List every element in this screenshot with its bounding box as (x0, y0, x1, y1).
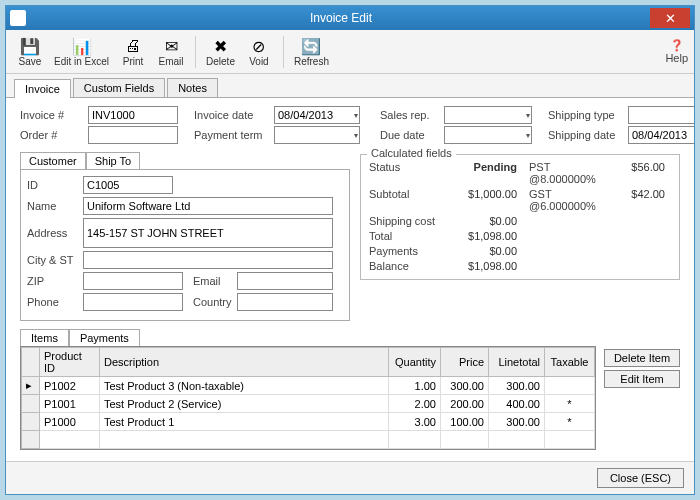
sales-rep-input[interactable] (444, 106, 532, 124)
order-no-input[interactable] (88, 126, 178, 144)
cell-linetotal[interactable]: 400.00 (489, 395, 545, 413)
email-button[interactable]: ✉Email (153, 34, 189, 69)
items-grid[interactable]: Product ID Description Quantity Price Li… (20, 346, 596, 450)
invoice-date-input[interactable] (274, 106, 360, 124)
table-row[interactable]: P1000 Test Product 1 3.00 100.00 300.00 … (22, 413, 595, 431)
cell-quantity[interactable]: 2.00 (389, 395, 441, 413)
table-row-empty[interactable] (22, 431, 595, 449)
tab-invoice[interactable]: Invoice (14, 79, 71, 98)
col-price[interactable]: Price (441, 348, 489, 377)
col-quantity[interactable]: Quantity (389, 348, 441, 377)
cust-zip-input[interactable] (83, 272, 183, 290)
cell-taxable[interactable] (545, 377, 595, 395)
cust-cityst-label: City & ST (27, 254, 83, 266)
edit-item-button[interactable]: Edit Item (604, 370, 680, 388)
sales-rep-label: Sales rep. (380, 109, 438, 121)
print-button[interactable]: 🖨Print (115, 34, 151, 69)
total-value: $1,098.00 (447, 230, 517, 242)
col-product-id[interactable]: Product ID (40, 348, 100, 377)
cell-taxable[interactable]: * (545, 395, 595, 413)
subtotal-label: Subtotal (369, 188, 447, 212)
email-icon: ✉ (161, 36, 181, 56)
cell-description[interactable]: Test Product 3 (Non-taxable) (100, 377, 389, 395)
footer: Close (ESC) (6, 461, 694, 494)
edit-excel-button[interactable]: 📊Edit in Excel (50, 34, 113, 69)
cust-phone-label: Phone (27, 296, 83, 308)
help-button[interactable]: ❓Help (665, 39, 688, 64)
cust-name-label: Name (27, 200, 83, 212)
cell-linetotal[interactable]: 300.00 (489, 377, 545, 395)
ship-date-input[interactable] (628, 126, 694, 144)
print-icon: 🖨 (123, 36, 143, 56)
cell-price[interactable]: 200.00 (441, 395, 489, 413)
close-button[interactable]: Close (ESC) (597, 468, 684, 488)
main-tabs: Invoice Custom Fields Notes (6, 74, 694, 98)
cell-product-id[interactable]: P1000 (40, 413, 100, 431)
cell-quantity[interactable]: 1.00 (389, 377, 441, 395)
close-icon[interactable]: ✕ (650, 8, 690, 28)
col-taxable[interactable]: Taxable (545, 348, 595, 377)
cust-email-input[interactable] (237, 272, 333, 290)
ship-type-input[interactable] (628, 106, 694, 124)
ship-date-label: Shipping date (548, 129, 622, 141)
due-date-input[interactable] (444, 126, 532, 144)
cell-description[interactable]: Test Product 1 (100, 413, 389, 431)
order-no-label: Order # (20, 129, 82, 141)
invoice-no-label: Invoice # (20, 109, 82, 121)
save-icon: 💾 (20, 36, 40, 56)
cell-product-id[interactable]: P1002 (40, 377, 100, 395)
col-linetotal[interactable]: Linetotal (489, 348, 545, 377)
row-selector[interactable]: ▸ (22, 377, 40, 395)
refresh-icon: 🔄 (301, 36, 321, 56)
calc-legend: Calculated fields (367, 147, 456, 159)
cust-cityst-input[interactable] (83, 251, 333, 269)
col-description[interactable]: Description (100, 348, 389, 377)
delete-button[interactable]: ✖Delete (202, 34, 239, 69)
row-selector[interactable] (22, 413, 40, 431)
customer-panel: ID Name Address City & ST ZIPEmail Phone… (20, 169, 350, 321)
refresh-button[interactable]: 🔄Refresh (290, 34, 333, 69)
cust-addr-input[interactable] (83, 218, 333, 248)
void-icon: ⊘ (249, 36, 269, 56)
payment-term-input[interactable] (274, 126, 360, 144)
cell-taxable[interactable]: * (545, 413, 595, 431)
cell-price[interactable]: 300.00 (441, 377, 489, 395)
cust-id-input[interactable] (83, 176, 173, 194)
due-date-label: Due date (380, 129, 438, 141)
toolbar: 💾Save 📊Edit in Excel 🖨Print ✉Email ✖Dele… (6, 30, 694, 74)
cust-zip-label: ZIP (27, 275, 83, 287)
tab-payments[interactable]: Payments (69, 329, 140, 346)
save-button[interactable]: 💾Save (12, 34, 48, 69)
payments-label: Payments (369, 245, 447, 257)
separator (283, 36, 284, 68)
cell-price[interactable]: 100.00 (441, 413, 489, 431)
cell-description[interactable]: Test Product 2 (Service) (100, 395, 389, 413)
cust-email-label: Email (193, 275, 237, 287)
tab-shipto[interactable]: Ship To (86, 152, 141, 169)
cell-quantity[interactable]: 3.00 (389, 413, 441, 431)
invoice-edit-window: Invoice Edit ✕ 💾Save 📊Edit in Excel 🖨Pri… (5, 5, 695, 495)
invoice-no-input[interactable] (88, 106, 178, 124)
tab-custom-fields[interactable]: Custom Fields (73, 78, 165, 97)
cust-country-input[interactable] (237, 293, 333, 311)
row-selector[interactable] (22, 395, 40, 413)
cell-product-id[interactable]: P1001 (40, 395, 100, 413)
help-icon: ❓ (670, 39, 684, 52)
pst-value: $56.00 (617, 161, 671, 185)
void-button[interactable]: ⊘Void (241, 34, 277, 69)
cell-linetotal[interactable]: 300.00 (489, 413, 545, 431)
tab-customer[interactable]: Customer (20, 152, 86, 169)
tab-items[interactable]: Items (20, 329, 69, 346)
cust-id-label: ID (27, 179, 83, 191)
excel-icon: 📊 (72, 36, 92, 56)
window-title: Invoice Edit (32, 11, 650, 25)
cust-phone-input[interactable] (83, 293, 183, 311)
table-row[interactable]: P1001 Test Product 2 (Service) 2.00 200.… (22, 395, 595, 413)
cust-country-label: Country (193, 296, 237, 308)
subtotal-value: $1,000.00 (447, 188, 517, 212)
cust-name-input[interactable] (83, 197, 333, 215)
table-row[interactable]: ▸ P1002 Test Product 3 (Non-taxable) 1.0… (22, 377, 595, 395)
cust-addr-label: Address (27, 227, 83, 239)
delete-item-button[interactable]: Delete Item (604, 349, 680, 367)
tab-notes[interactable]: Notes (167, 78, 218, 97)
